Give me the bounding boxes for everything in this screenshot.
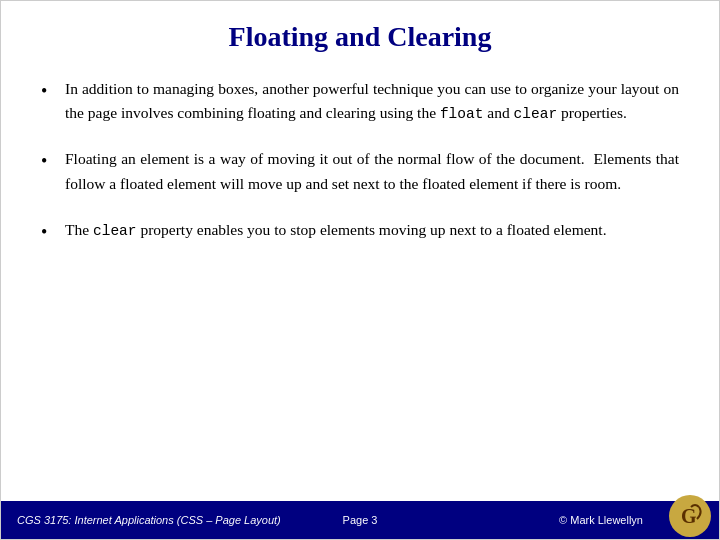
slide-content: Floating and Clearing • In addition to m…	[1, 1, 719, 501]
bullet-text-2: Floating an element is a way of moving i…	[65, 147, 679, 195]
code-clear-2: clear	[93, 223, 137, 239]
code-clear-1: clear	[514, 106, 558, 122]
bullet-item-2: • Floating an element is a way of moving…	[41, 147, 679, 195]
slide-title: Floating and Clearing	[41, 21, 679, 53]
code-float: float	[440, 106, 484, 122]
logo-svg: G	[671, 497, 709, 535]
logo-circle: G	[669, 495, 711, 537]
svg-text:G: G	[681, 505, 697, 527]
bullet-text-3: The clear property enables you to stop e…	[65, 218, 679, 242]
bullet-item-1: • In addition to managing boxes, another…	[41, 77, 679, 125]
bullet-item-3: • The clear property enables you to stop…	[41, 218, 679, 247]
slide: Floating and Clearing • In addition to m…	[0, 0, 720, 540]
bullet-dot-3: •	[41, 219, 59, 247]
footer-copyright: © Mark Llewellyn	[559, 514, 643, 526]
slide-footer: CGS 3175: Internet Applications (CSS – P…	[1, 501, 719, 539]
bullet-list: • In addition to managing boxes, another…	[41, 77, 679, 246]
bullet-dot-2: •	[41, 148, 59, 176]
footer-logo: G	[669, 495, 711, 537]
footer-page: Page 3	[343, 514, 378, 526]
bullet-dot-1: •	[41, 78, 59, 106]
bullet-text-1: In addition to managing boxes, another p…	[65, 77, 679, 125]
footer-course: CGS 3175: Internet Applications (CSS – P…	[17, 514, 559, 526]
